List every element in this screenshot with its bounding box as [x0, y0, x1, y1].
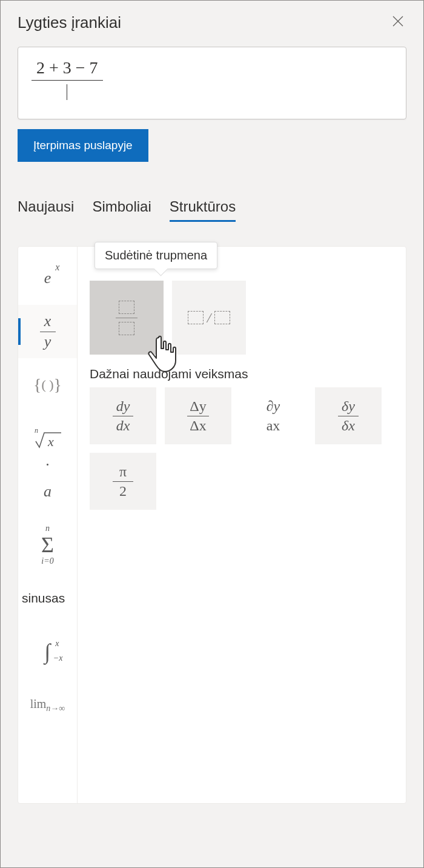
structure-grid: Sudėtinė trupmena / — [78, 247, 406, 803]
tab-structures[interactable]: Struktūros — [170, 198, 236, 222]
tabs: Naujausi Simboliai Struktūros — [1, 162, 423, 222]
insert-on-page-button[interactable]: Įterpimas puslapyje — [18, 129, 148, 162]
common-fractions-row-1: dydx ΔyΔx ∂yax δyδx — [90, 387, 394, 444]
sidebar-item-accent[interactable]: a — [18, 465, 77, 518]
sidebar-item-fraction[interactable]: xy — [18, 305, 77, 358]
tile-linear-fraction[interactable]: / — [172, 281, 246, 355]
panel-header: Lygties įrankiai — [1, 1, 423, 42]
tile-delta-y-x[interactable]: ΔyΔx — [165, 387, 231, 444]
equation-fraction: 2 + 3 − 7 — [31, 58, 103, 100]
sidebar-item-limit[interactable]: limn→∞ — [18, 678, 77, 732]
text-cursor — [67, 84, 67, 100]
common-section-label: Dažnai naudojami veiksmas — [90, 367, 394, 381]
tooltip: Sudėtinė trupmena — [94, 242, 217, 269]
equation-tools-panel: Lygties įrankiai 2 + 3 − 7 Įterpimas pus… — [0, 0, 424, 868]
equation-numerator: 2 + 3 − 7 — [31, 58, 103, 81]
sidebar-item-integral[interactable]: ∫x−x — [18, 625, 77, 678]
close-button[interactable] — [389, 13, 406, 32]
structure-categories-sidebar: ex xy {( )} n x a nΣi=0 sinusas ∫x−x — [18, 247, 78, 803]
tile-pi-2[interactable]: π2 — [90, 453, 156, 510]
sidebar-item-brackets[interactable]: {( )} — [18, 358, 77, 412]
sidebar-item-trig[interactable]: sinusas — [18, 572, 77, 625]
structures-content: ex xy {( )} n x a nΣi=0 sinusas ∫x−x — [18, 246, 406, 804]
svg-text:n: n — [35, 426, 38, 435]
tab-recent[interactable]: Naujausi — [18, 198, 74, 222]
equation-denominator — [31, 81, 103, 100]
svg-text:x: x — [47, 434, 54, 449]
stacked-fraction-icon — [116, 301, 137, 335]
equation-preview-box[interactable]: 2 + 3 − 7 — [18, 47, 406, 119]
tab-symbols[interactable]: Simboliai — [92, 198, 151, 222]
sidebar-item-sum[interactable]: nΣi=0 — [18, 518, 77, 572]
panel-title: Lygties įrankiai — [18, 13, 121, 32]
common-fractions-row-2: π2 — [90, 453, 394, 510]
tile-stacked-fraction[interactable] — [90, 281, 164, 355]
sidebar-item-exponent[interactable]: ex — [18, 252, 77, 305]
fraction-templates-row: / — [90, 281, 394, 355]
tile-delta-small-y-x[interactable]: δyδx — [315, 387, 382, 444]
tile-partial-y-ax[interactable]: ∂yax — [240, 387, 306, 444]
linear-fraction-icon: / — [188, 310, 231, 326]
tile-dy-dx[interactable]: dydx — [90, 387, 156, 444]
close-icon — [392, 15, 404, 27]
